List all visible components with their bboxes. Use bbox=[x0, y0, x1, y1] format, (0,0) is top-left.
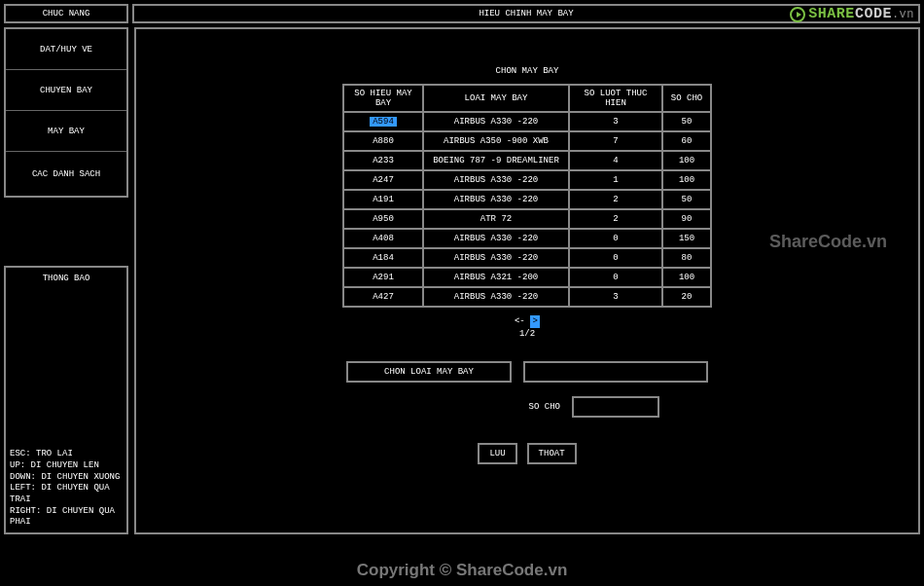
content-title: CHON MAY BAY bbox=[136, 66, 918, 76]
thongbao-title: THONG BAO bbox=[6, 268, 126, 289]
pager-arrow-right[interactable]: > bbox=[530, 315, 540, 328]
th-loai: LOAI MAY BAY bbox=[423, 85, 569, 112]
cell-id: A950 bbox=[343, 209, 423, 229]
cell-count: 7 bbox=[569, 131, 662, 151]
cell-id: A233 bbox=[343, 151, 423, 170]
choose-type-button[interactable]: CHON LOAI MAY BAY bbox=[346, 361, 512, 383]
table-row[interactable]: A880AIRBUS A350 -900 XWB760 bbox=[343, 131, 711, 151]
help-line: DOWN: DI CHUYEN XUONG bbox=[10, 472, 123, 484]
th-sohieu: SO HIEU MAY BAY bbox=[343, 85, 423, 112]
cell-seat: 90 bbox=[662, 209, 711, 229]
selected-row-id: A594 bbox=[370, 117, 397, 127]
pager-arrow-left[interactable]: <- bbox=[515, 316, 525, 326]
cell-id: A408 bbox=[343, 229, 423, 248]
pager-page: 1/2 bbox=[519, 329, 535, 339]
cell-type: AIRBUS A321 -200 bbox=[423, 268, 569, 287]
cell-seat: 150 bbox=[662, 229, 711, 248]
cell-count: 3 bbox=[569, 287, 662, 307]
cell-count: 0 bbox=[569, 229, 662, 248]
socho-input[interactable] bbox=[572, 396, 659, 418]
menu-item-chuyenbay[interactable]: CHUYEN BAY bbox=[6, 70, 126, 111]
cell-seat: 20 bbox=[662, 287, 711, 307]
type-input[interactable] bbox=[523, 361, 708, 383]
brand-logo: SHARECODE.vn bbox=[790, 6, 914, 22]
cell-id: A191 bbox=[343, 190, 423, 209]
cell-id: A880 bbox=[343, 131, 423, 151]
help-line: ESC: TRO LAI bbox=[10, 449, 123, 460]
cell-type: ATR 72 bbox=[423, 209, 569, 229]
cell-seat: 100 bbox=[662, 170, 711, 190]
menu-item-danhsach[interactable]: CAC DANH SACH bbox=[6, 152, 126, 196]
table-row[interactable]: A427AIRBUS A330 -220320 bbox=[343, 287, 711, 307]
cell-type: AIRBUS A350 -900 XWB bbox=[423, 131, 569, 151]
cell-count: 2 bbox=[569, 190, 662, 209]
pager: <- > 1/2 bbox=[136, 315, 918, 340]
cell-seat: 80 bbox=[662, 248, 711, 268]
cell-count: 3 bbox=[569, 112, 662, 131]
save-button[interactable]: LUU bbox=[478, 443, 516, 464]
table-row[interactable]: A191AIRBUS A330 -220250 bbox=[343, 190, 711, 209]
cell-type: AIRBUS A330 -220 bbox=[423, 112, 569, 131]
table-row[interactable]: A233BOEING 787 -9 DREAMLINER4100 bbox=[343, 151, 711, 170]
cell-type: AIRBUS A330 -220 bbox=[423, 229, 569, 248]
cell-id: A427 bbox=[343, 287, 423, 307]
cell-count: 0 bbox=[569, 268, 662, 287]
cell-type: AIRBUS A330 -220 bbox=[423, 170, 569, 190]
table-row[interactable]: A594AIRBUS A330 -220350 bbox=[343, 112, 711, 131]
cell-type: AIRBUS A330 -220 bbox=[423, 190, 569, 209]
th-socho: SO CHO bbox=[662, 85, 711, 112]
help-line: RIGHT: DI CHUYEN QUA PHAI bbox=[10, 506, 123, 529]
table-row[interactable]: A408AIRBUS A330 -2200150 bbox=[343, 229, 711, 248]
menu-item-datve[interactable]: DAT/HUY VE bbox=[6, 29, 126, 70]
cell-seat: 50 bbox=[662, 112, 711, 131]
cell-seat: 60 bbox=[662, 131, 711, 151]
help-text: ESC: TRO LAIUP: DI CHUYEN LENDOWN: DI CH… bbox=[6, 447, 126, 532]
socho-label: SO CHO bbox=[521, 402, 560, 412]
table-row[interactable]: A247AIRBUS A330 -2201100 bbox=[343, 170, 711, 190]
cell-seat: 100 bbox=[662, 151, 711, 170]
menu-item-maybay[interactable]: MAY BAY bbox=[6, 111, 126, 152]
table-row[interactable]: A291AIRBUS A321 -2000100 bbox=[343, 268, 711, 287]
cell-seat: 100 bbox=[662, 268, 711, 287]
cell-count: 4 bbox=[569, 151, 662, 170]
cell-type: AIRBUS A330 -220 bbox=[423, 287, 569, 307]
cell-id: A594 bbox=[343, 112, 423, 131]
cell-id: A247 bbox=[343, 170, 423, 190]
cell-type: BOEING 787 -9 DREAMLINER bbox=[423, 151, 569, 170]
aircraft-table: SO HIEU MAY BAY LOAI MAY BAY SO LUOT THU… bbox=[342, 84, 712, 308]
footer-copyright: Copyright © ShareCode.vn bbox=[0, 561, 924, 580]
cell-id: A291 bbox=[343, 268, 423, 287]
help-line: LEFT: DI CHUYEN QUA TRAI bbox=[10, 483, 123, 505]
help-line: UP: DI CHUYEN LEN bbox=[10, 460, 123, 472]
table-row[interactable]: A184AIRBUS A330 -220080 bbox=[343, 248, 711, 268]
thongbao-panel: THONG BAO ESC: TRO LAIUP: DI CHUYEN LEND… bbox=[4, 266, 128, 534]
th-soluot: SO LUOT THUC HIEN bbox=[569, 85, 662, 112]
cell-count: 1 bbox=[569, 170, 662, 190]
cell-count: 0 bbox=[569, 248, 662, 268]
exit-button[interactable]: THOAT bbox=[527, 443, 577, 464]
content-panel: CHON MAY BAY SO HIEU MAY BAY LOAI MAY BA… bbox=[134, 27, 920, 534]
cell-type: AIRBUS A330 -220 bbox=[423, 248, 569, 268]
cell-count: 2 bbox=[569, 209, 662, 229]
cell-seat: 50 bbox=[662, 190, 711, 209]
table-row[interactable]: A950ATR 72290 bbox=[343, 209, 711, 229]
header-function-label: CHUC NANG bbox=[4, 4, 128, 23]
cell-id: A184 bbox=[343, 248, 423, 268]
recycle-icon bbox=[790, 7, 805, 22]
sidebar-menu: DAT/HUY VE CHUYEN BAY MAY BAY CAC DANH S… bbox=[4, 27, 128, 198]
